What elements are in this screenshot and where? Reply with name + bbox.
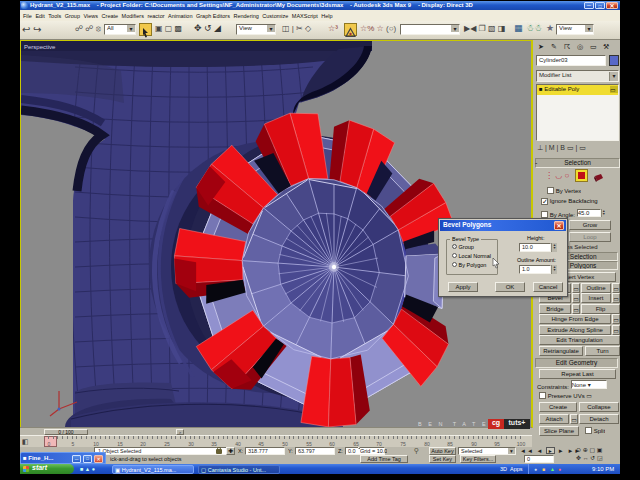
svg-text:Perspective: Perspective (24, 44, 56, 50)
